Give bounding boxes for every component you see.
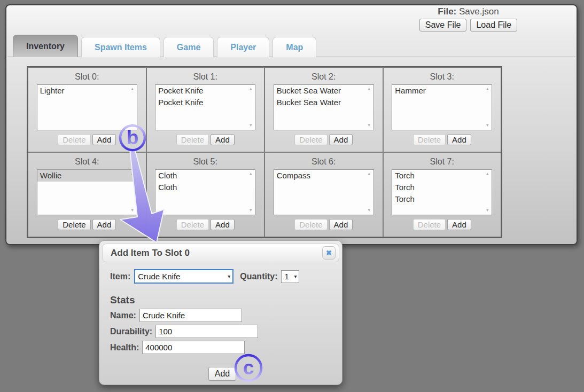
scroll-down-icon[interactable]: ▼ [246,208,255,213]
slot-1-delete-button[interactable]: Delete [176,134,209,145]
slot-5-delete-button[interactable]: Delete [176,219,209,230]
item-select-value: Crude Knife [138,272,180,281]
stats-heading: Stats [110,294,334,306]
list-item[interactable]: Pocket Knife [155,85,255,97]
list-item[interactable]: Compass [274,170,373,182]
slot-7-item-list[interactable]: Torch Torch Torch ▲ ▼ [392,169,492,215]
tab-player[interactable]: Player [217,37,269,57]
chevron-down-icon: ▾ [294,273,299,279]
slot-6-delete-button[interactable]: Delete [294,219,327,230]
slot-1-add-button[interactable]: Add [211,134,235,145]
slot-title: Slot 3: [384,72,501,82]
scrollbar[interactable]: ▲ ▼ [246,85,255,130]
close-icon[interactable]: ✖ [322,246,336,260]
slot-6-panel: Slot 6: Compass ▲ ▼ Delete Add [264,152,383,237]
health-field[interactable] [142,341,245,354]
marker-b-letter: b [127,127,139,148]
list-item[interactable]: Bucket Sea Water [274,85,373,97]
durability-label: Durability: [110,327,152,336]
slot-1-panel: Slot 1: Pocket Knife Pocket Knife ▲ ▼ De… [146,67,265,152]
scroll-down-icon[interactable]: ▼ [365,123,373,128]
scrollbar[interactable]: ▲ ▼ [246,170,255,215]
slot-7-panel: Slot 7: Torch Torch Torch ▲ ▼ Delete Add [383,152,502,237]
slot-3-delete-button[interactable]: Delete [413,134,446,145]
slot-6-item-list[interactable]: Compass ▲ ▼ [274,169,374,215]
save-file-button[interactable]: Save File [419,19,467,32]
name-field[interactable] [139,309,242,322]
list-item[interactable]: Lighter [37,85,137,97]
slot-2-panel: Slot 2: Bucket Sea Water Bucket Sea Wate… [264,67,383,152]
slot-6-add-button[interactable]: Add [329,219,353,230]
slot-title: Slot 7: [384,157,501,167]
scroll-up-icon[interactable]: ▲ [246,87,255,91]
dialog-add-button[interactable]: Add [208,367,236,381]
inventory-grid: Slot 0: Lighter ▲ ▼ Delete Add [27,66,502,238]
screen: File: Save.json Save File Load File Inve… [0,0,584,392]
slot-3-item-list[interactable]: Hammer ▲ ▼ [392,84,492,130]
scroll-up-icon[interactable]: ▲ [246,172,255,176]
marker-c-letter: c [243,357,254,379]
chevron-down-icon: ▾ [228,273,232,279]
slot-title: Slot 0: [28,72,146,82]
scroll-up-icon[interactable]: ▲ [483,87,492,91]
scroll-up-icon[interactable]: ▲ [365,172,373,176]
tab-inventory[interactable]: Inventory [13,35,78,57]
file-name: Save.json [459,6,499,17]
file-bar: File: Save.json Save File Load File [408,6,528,32]
scroll-up-icon[interactable]: ▲ [365,87,373,91]
slot-title: Slot 2: [265,72,383,82]
scroll-down-icon[interactable]: ▼ [365,208,373,213]
scroll-down-icon[interactable]: ▼ [483,208,492,213]
annotation-arrow [107,143,176,250]
scroll-down-icon[interactable]: ▼ [483,123,492,128]
slot-title: Slot 1: [147,72,264,82]
list-item[interactable]: Torch [392,182,492,193]
list-item[interactable]: Torch [392,170,492,182]
slot-5-add-button[interactable]: Add [211,219,235,230]
load-file-button[interactable]: Load File [470,19,517,32]
list-item[interactable]: Pocket Knife [155,97,255,108]
scroll-up-icon[interactable]: ▲ [483,172,492,176]
scrollbar[interactable]: ▲ ▼ [365,170,373,215]
slot-7-add-button[interactable]: Add [447,219,471,230]
list-item[interactable]: Bucket Sea Water [274,97,373,108]
durability-field[interactable] [155,325,258,338]
file-label: File: [438,6,456,17]
tab-game[interactable]: Game [163,37,214,57]
slot-7-delete-button[interactable]: Delete [413,219,446,230]
slot-1-item-list[interactable]: Pocket Knife Pocket Knife ▲ ▼ [155,84,255,130]
slot-3-add-button[interactable]: Add [447,134,471,145]
scrollbar[interactable]: ▲ ▼ [365,85,373,130]
tab-map[interactable]: Map [272,37,316,57]
slot-2-item-list[interactable]: Bucket Sea Water Bucket Sea Water ▲ ▼ [274,84,374,130]
slot-3-panel: Slot 3: Hammer ▲ ▼ Delete Add [383,67,502,152]
annotation-marker-c: c [233,352,264,383]
item-label: Item: [110,272,130,281]
tab-spawn-items[interactable]: Spawn Items [81,37,160,57]
scrollbar[interactable]: ▲ ▼ [483,170,492,215]
scroll-down-icon[interactable]: ▼ [246,123,255,128]
quantity-select-value: 1 [284,272,289,281]
scrollbar[interactable]: ▲ ▼ [483,85,492,130]
quantity-select[interactable]: 1 ▾ [281,270,299,283]
scroll-up-icon[interactable]: ▲ [128,87,137,91]
item-select[interactable]: Crude Knife ▾ [134,269,233,284]
slot-2-delete-button[interactable]: Delete [294,134,327,145]
slot-0-delete-button[interactable]: Delete [58,134,90,145]
quantity-label: Quantity: [240,272,277,281]
name-label: Name: [110,311,136,320]
list-item[interactable]: Hammer [392,85,492,97]
slot-2-add-button[interactable]: Add [329,134,353,145]
list-item[interactable]: Torch [392,193,492,205]
add-item-dialog: Add Item To Slot 0 ✖ Item: Crude Knife ▾… [99,240,342,385]
file-line: File: Save.json [408,6,528,17]
health-label: Health: [110,343,139,352]
slot-4-delete-button[interactable]: Delete [58,219,90,230]
annotation-marker-b: b [117,122,148,153]
editor-window: File: Save.json Save File Load File Inve… [5,4,578,245]
tab-bar: Inventory Spawn Items Game Player Map [13,35,316,57]
slot-title: Slot 6: [265,157,383,167]
